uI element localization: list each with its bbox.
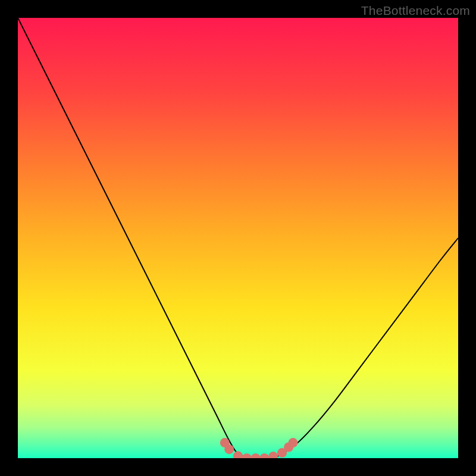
watermark-label: TheBottleneck.com [361,4,470,18]
outer-frame: TheBottleneck.com [0,0,476,476]
gradient-background [18,18,458,458]
valley-marker [289,438,298,447]
chart-area [18,18,458,458]
chart-svg [18,18,458,458]
valley-marker [224,444,234,454]
